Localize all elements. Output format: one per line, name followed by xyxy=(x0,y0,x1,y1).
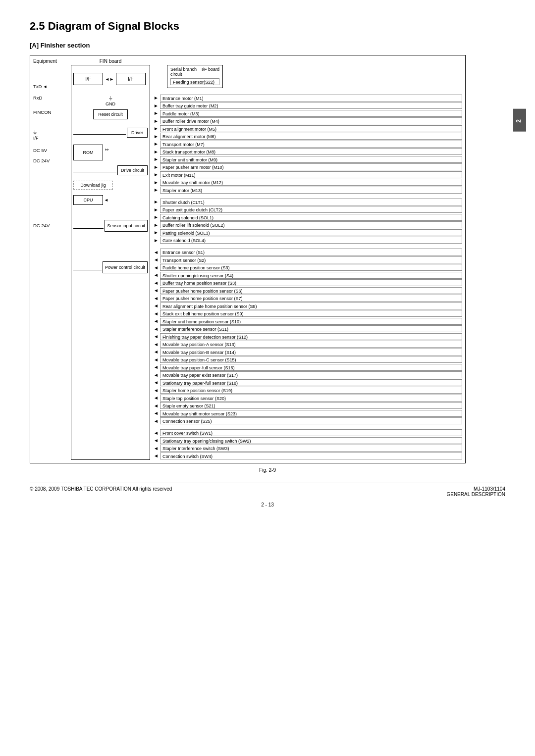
motor-arrow-11: ► xyxy=(152,180,160,185)
motor-label-5: Rear alignment motor (M6) xyxy=(160,133,462,140)
sensor-arrow-12: ◄ xyxy=(152,342,160,347)
sensor-label-9: Stapler unit home position sensor (S10) xyxy=(160,318,462,325)
power-control-box: Power control circuit xyxy=(103,261,148,273)
sensor-arrow-10: ◄ xyxy=(152,326,160,332)
sensor-row-22: ◄Connection sensor (S25) xyxy=(152,417,462,425)
driver-box: Driver xyxy=(127,128,148,138)
motor-label-7: Stack transport motor (M8) xyxy=(160,148,462,155)
sensor-arrow-6: ◄ xyxy=(152,296,160,301)
switch-arrow-3: ◄ xyxy=(152,453,160,458)
motor-row-2: ►Paddle motor (M3) xyxy=(152,109,462,117)
motor-label-11: Movable tray shift motor (M12) xyxy=(160,179,462,186)
switch-row-1: ◄Stationary tray opening/closing switch … xyxy=(152,437,462,444)
motor-row-11: ►Movable tray shift motor (M12) xyxy=(152,179,462,186)
sensor-arrow-13: ◄ xyxy=(152,349,160,354)
sensor-arrow-1: ◄ xyxy=(152,257,160,262)
switch-arrow-0: ◄ xyxy=(152,430,160,436)
if-board-section: Serial branch circuit I/F board Feeding … xyxy=(167,65,223,88)
sensor-label-13: Movable tray position-B sensor (S14) xyxy=(160,349,462,355)
solenoid-arrow-3: ► xyxy=(152,222,160,228)
sensor-arrow-22: ◄ xyxy=(152,418,160,424)
rxd-label: RxD xyxy=(33,95,42,101)
motor-arrow-7: ► xyxy=(152,149,160,154)
solenoid-row-3: ►Buffer roller lift solenoid (SOL2) xyxy=(152,221,462,229)
sensor-label-7: Rear alignment plate home position senso… xyxy=(160,302,462,309)
sensor-label-20: Staple empty sensor (S21) xyxy=(160,402,462,409)
sensor-row-1: ◄Transport sensor (S2) xyxy=(152,256,462,263)
motors-section: ►Entrance motor (M1)►Buffer tray guide m… xyxy=(152,94,462,194)
gnd-symbol: ⏚GND xyxy=(73,95,148,106)
sensor-row-15: ◄Movable tray paper-full sensor (S16) xyxy=(152,363,462,371)
motor-arrow-10: ► xyxy=(152,172,160,177)
solenoid-arrow-2: ► xyxy=(152,214,160,220)
motor-label-4: Front alignment motor (M5) xyxy=(160,125,462,132)
sensor-label-8: Stack exit belt home position sensor (S9… xyxy=(160,310,462,317)
switch-label-1: Stationary tray opening/closing switch (… xyxy=(160,437,462,444)
motor-label-0: Entrance motor (M1) xyxy=(160,95,462,101)
sensor-label-14: Movable tray position-C sensor (S15) xyxy=(160,356,462,363)
sensor-label-12: Movable tray position-A sensor (S13) xyxy=(160,341,462,348)
sensor-arrow-17: ◄ xyxy=(152,380,160,385)
sensor-row-12: ◄Movable tray position-A sensor (S13) xyxy=(152,341,462,348)
equipment-column: TxD ◄ RxD FINCON ⏚ I/F DC 5V DC 24V DC 2… xyxy=(33,65,69,460)
sensor-label-0: Entrance sensor (S1) xyxy=(160,249,462,255)
sensor-label-5: Paper pusher home position sensor (S6) xyxy=(160,287,462,294)
switch-arrow-1: ◄ xyxy=(152,438,160,443)
cpu-box: CPU xyxy=(73,195,103,205)
sensor-row-21: ◄Movable tray shift motor sensor (S23) xyxy=(152,409,462,417)
fin-board: I/F ◄► I/F ⏚GND Reset circuit Driver xyxy=(71,65,150,460)
motor-row-4: ►Front alignment motor (M5) xyxy=(152,125,462,132)
motor-label-8: Stapler unit shift motor (M9) xyxy=(160,156,462,163)
if-box-1: I/F xyxy=(73,73,103,85)
sensor-row-9: ◄Stapler unit home position sensor (S10) xyxy=(152,317,462,325)
equip-label: Equipment xyxy=(33,58,69,64)
sensor-label-11: Finishing tray paper detection sensor (S… xyxy=(160,333,462,340)
solenoid-label-1: Paper exit guide clutch (CLT2) xyxy=(160,206,462,213)
switch-label-3: Connection switch (SW4) xyxy=(160,453,462,459)
sensor-label-18: Stapler home position sensor (S19) xyxy=(160,387,462,394)
motor-arrow-3: ► xyxy=(152,118,160,124)
section-tab: 2 xyxy=(513,109,526,132)
footer-left: © 2008, 2009 TOSHIBA TEC CORPORATION All… xyxy=(30,486,172,497)
switch-row-3: ◄Connection switch (SW4) xyxy=(152,452,462,459)
sensor-row-14: ◄Movable tray position-C sensor (S15) xyxy=(152,356,462,363)
sensors-section: ◄Entrance sensor (S1)◄Transport sensor (… xyxy=(152,248,462,425)
sensor-row-8: ◄Stack exit belt home position sensor (S… xyxy=(152,310,462,317)
switch-row-2: ◄Stapler Interference switch (SW3) xyxy=(152,445,462,452)
motor-row-5: ►Rear alignment motor (M6) xyxy=(152,133,462,140)
sensor-row-18: ◄Stapler home position sensor (S19) xyxy=(152,387,462,394)
motor-arrow-2: ► xyxy=(152,110,160,116)
motor-row-3: ►Buffer roller drive motor (M4) xyxy=(152,117,462,125)
fin-board-label: FIN board xyxy=(69,58,152,64)
sensor-label-2: Paddle home position sensor (S3) xyxy=(160,264,462,271)
sensor-label-16: Movable tray paper exist sensor (S17) xyxy=(160,371,462,378)
sensor-label-15: Movable tray paper-full sensor (S16) xyxy=(160,364,462,371)
footer: © 2008, 2009 TOSHIBA TEC CORPORATION All… xyxy=(30,483,505,497)
sensor-label-10: Stapler Interference sensor (S11) xyxy=(160,325,462,332)
rom-box: ROM xyxy=(73,145,103,160)
if-box-2: I/F xyxy=(116,73,146,85)
sensor-row-4: ◄Buffer tray home position sensor (S3) xyxy=(152,279,462,287)
motor-row-1: ►Buffer tray guide motor (M2) xyxy=(152,102,462,109)
sensor-row-7: ◄Rear alignment plate home position sens… xyxy=(152,302,462,309)
motor-label-1: Buffer tray guide motor (M2) xyxy=(160,102,462,109)
switch-label-2: Stapler Interference switch (SW3) xyxy=(160,445,462,452)
motor-row-6: ►Transport motor (M7) xyxy=(152,140,462,148)
motor-label-6: Transport motor (M7) xyxy=(160,141,462,148)
sensor-row-10: ◄Stapler Interference sensor (S11) xyxy=(152,325,462,333)
switch-arrow-2: ◄ xyxy=(152,446,160,451)
sensor-arrow-8: ◄ xyxy=(152,311,160,316)
sensor-arrow-14: ◄ xyxy=(152,357,160,362)
switch-row-0: ◄Front cover switch (SW1) xyxy=(152,429,462,437)
solenoid-arrow-0: ► xyxy=(152,199,160,204)
solenoid-row-4: ►Patting solenoid (SOL3) xyxy=(152,229,462,236)
motor-label-12: Stapler motor (M13) xyxy=(160,187,462,194)
reset-circuit-box: Reset circuit xyxy=(93,109,128,119)
motor-row-9: ►Paper pusher arm motor (M10) xyxy=(152,163,462,171)
sensor-row-6: ◄Paper pusher home position sensor (S7) xyxy=(152,295,462,302)
page-title: 2.5 Diagram of Signal Blocks xyxy=(30,20,505,33)
sensor-row-19: ◄Staple top position sensor (S20) xyxy=(152,394,462,402)
motor-arrow-4: ► xyxy=(152,126,160,131)
sensor-input-box: Sensor input circuit xyxy=(105,220,148,232)
motor-row-8: ►Stapler unit shift motor (M9) xyxy=(152,155,462,163)
